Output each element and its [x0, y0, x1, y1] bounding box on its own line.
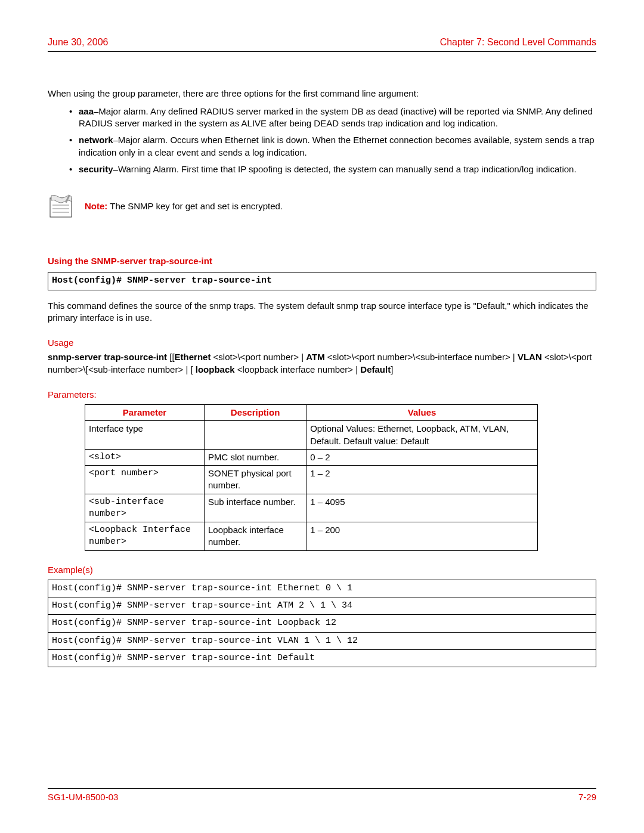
usage-atm: ATM	[306, 352, 324, 362]
example-line: Host(config)# SNMP-server trap-source-in…	[48, 615, 596, 632]
list-item: network–Major alarm. Occurs when Etherne…	[69, 134, 596, 159]
cell-values: 1 – 4095	[306, 494, 538, 522]
option-label: security	[79, 164, 113, 174]
table-row: Interface type Optional Values: Ethernet…	[85, 421, 538, 450]
option-text: –Warning Alarm. First time that IP spoof…	[113, 164, 577, 174]
col-values: Values	[306, 405, 538, 421]
cell-values: 1 – 200	[306, 522, 538, 551]
option-label: network	[79, 135, 113, 145]
command-box: Host(config)# SNMP-server trap-source-in…	[48, 272, 596, 290]
table-header-row: Parameter Description Values	[85, 405, 538, 421]
cell-param: <port number>	[85, 466, 205, 494]
table-row: <Loopback Interface number> Loopback int…	[85, 522, 538, 551]
example-line: Host(config)# SNMP-server trap-source-in…	[48, 650, 596, 667]
section-title: Using the SNMP-server trap-source-int	[48, 255, 596, 267]
page-header: June 30, 2006 Chapter 7: Second Level Co…	[48, 36, 596, 52]
parameters-label: Parameters:	[48, 389, 596, 401]
cell-values: 1 – 2	[306, 466, 538, 494]
cell-desc: PMC slot number.	[205, 449, 306, 465]
usage-text: <slot>\<port number>\<sub-interface numb…	[325, 352, 518, 362]
note-block: Note: The SNMP key for get and set is en…	[48, 193, 596, 219]
cell-desc: SONET physical port number.	[205, 466, 306, 494]
cell-param: <sub-interface number>	[85, 494, 205, 522]
cell-param: <slot>	[85, 449, 205, 465]
cell-desc: Loopback interface number.	[205, 522, 306, 551]
note-label: Note:	[85, 201, 107, 211]
list-item: security–Warning Alarm. First time that …	[69, 163, 596, 175]
list-item: aaa–Major alarm. Any defined RADIUS serv…	[69, 106, 596, 130]
usage-text: <loopback interface number> |	[235, 364, 361, 374]
cell-values: 0 – 2	[306, 449, 538, 465]
table-row: <port number> SONET physical port number…	[85, 466, 538, 494]
usage-text: [[	[169, 352, 174, 362]
usage-text: ]	[391, 364, 393, 374]
cell-param: <Loopback Interface number>	[85, 522, 205, 551]
parameters-table: Parameter Description Values Interface t…	[85, 404, 538, 551]
cell-values: Optional Values: Ethernet, Loopback, ATM…	[306, 421, 538, 450]
note-body: The SNMP key for get and set is encrypte…	[107, 201, 283, 211]
usage-label: Usage	[48, 337, 596, 349]
usage-vlan: VLAN	[518, 352, 542, 362]
cell-desc	[205, 421, 306, 450]
usage-loopback: loopback	[196, 364, 235, 374]
col-description: Description	[205, 405, 306, 421]
usage-cmd: snmp-server trap-source-int	[48, 352, 167, 362]
usage-text: <slot>\<port number> |	[210, 352, 306, 362]
header-date: June 30, 2006	[48, 36, 108, 49]
cell-param: Interface type	[85, 421, 205, 450]
examples-label: Example(s)	[48, 564, 596, 576]
usage-ethernet: Ethernet	[175, 352, 211, 362]
example-line: Host(config)# SNMP-server trap-source-in…	[48, 580, 596, 597]
option-text: –Major alarm. Any defined RADIUS server …	[79, 106, 593, 128]
example-line: Host(config)# SNMP-server trap-source-in…	[48, 597, 596, 615]
usage-syntax: snmp-server trap-source-int [[Ethernet <…	[48, 351, 596, 376]
option-text: –Major alarm. Occurs when Ethernet link …	[79, 135, 595, 157]
col-parameter: Parameter	[85, 405, 205, 421]
page-footer: SG1-UM-8500-03 7-29	[48, 788, 596, 803]
table-row: <sub-interface number> Sub interface num…	[85, 494, 538, 522]
table-row: <slot> PMC slot number. 0 – 2	[85, 449, 538, 465]
notepad-icon	[48, 193, 74, 219]
note-text: Note: The SNMP key for get and set is en…	[85, 200, 283, 212]
option-label: aaa	[79, 106, 94, 116]
options-list: aaa–Major alarm. Any defined RADIUS serv…	[69, 106, 596, 175]
footer-doc-id: SG1-UM-8500-03	[48, 791, 118, 803]
header-chapter: Chapter 7: Second Level Commands	[440, 36, 596, 49]
example-line: Host(config)# SNMP-server trap-source-in…	[48, 633, 596, 650]
intro-text: When using the group parameter, there ar…	[48, 88, 596, 100]
examples-box: Host(config)# SNMP-server trap-source-in…	[48, 580, 596, 667]
usage-default: Default	[360, 364, 391, 374]
footer-page-num: 7-29	[578, 791, 596, 803]
command-description: This command defines the source of the s…	[48, 300, 596, 324]
cell-desc: Sub interface number.	[205, 494, 306, 522]
